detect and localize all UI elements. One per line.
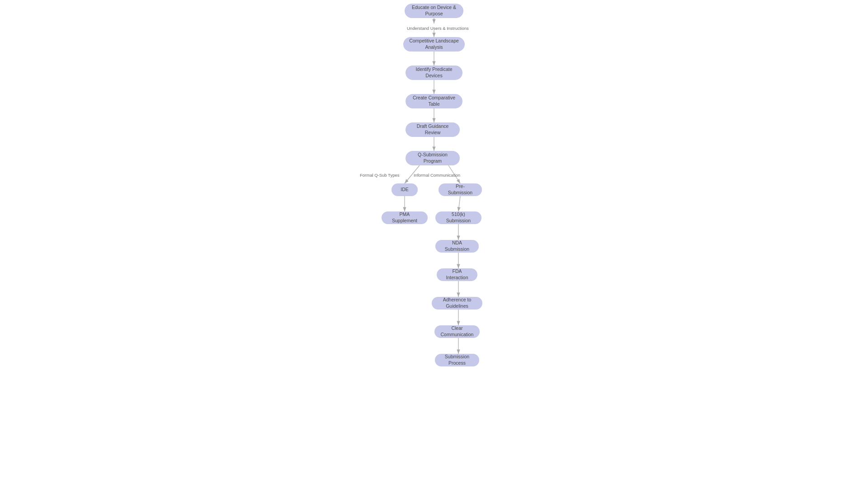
label-formal-label: Formal Q-Sub Types bbox=[360, 173, 399, 178]
node-510k: 510(k) Submission bbox=[435, 211, 481, 224]
node-comparative: Create Comparative Table bbox=[406, 94, 462, 108]
label-understand-label: Understand Users & Instructions bbox=[407, 26, 469, 31]
node-clear: Clear Communication bbox=[434, 325, 480, 338]
node-pma: PMA Supplement bbox=[382, 211, 428, 224]
node-competitive: Competitive Landscape Analysis bbox=[403, 37, 465, 52]
node-identify: Identify Predicate Devices bbox=[406, 66, 462, 80]
arrow-arr-pre-510k bbox=[458, 196, 460, 211]
node-qsub: Q-Submission Program bbox=[406, 151, 460, 165]
node-presub: Pre-Submission bbox=[439, 183, 482, 196]
node-adherence: Adherence to Guidelines bbox=[432, 297, 482, 310]
node-draft: Draft Guidance Review bbox=[406, 122, 460, 137]
node-nda: NDA Submission bbox=[435, 240, 479, 253]
node-ide: IDE bbox=[392, 183, 418, 196]
label-informal-label: Informal Communication bbox=[414, 173, 460, 178]
node-fda: FDA Interaction bbox=[437, 268, 477, 281]
node-educate: Educate on Device & Purpose bbox=[405, 4, 463, 18]
diagram-container: Educate on Device & PurposeCompetitive L… bbox=[0, 0, 868, 488]
node-submission: Submission Process bbox=[435, 354, 479, 366]
